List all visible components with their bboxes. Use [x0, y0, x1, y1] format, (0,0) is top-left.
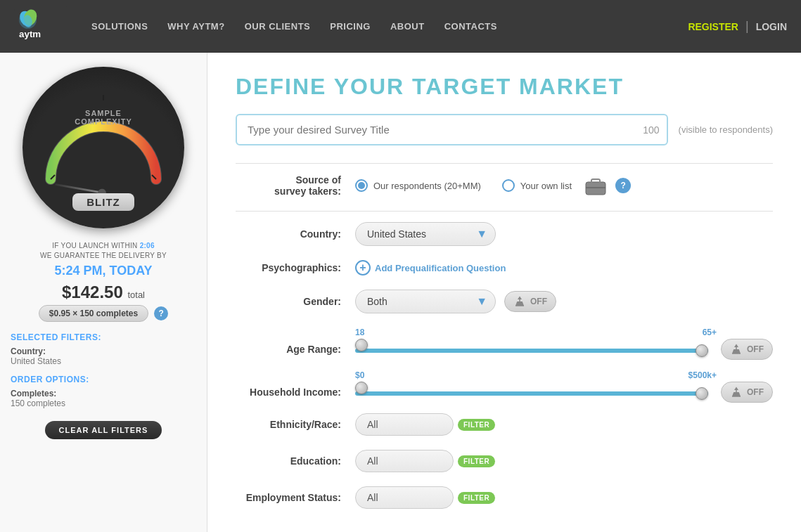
gauge-label: SAMPLE COMPLEXITY	[75, 109, 132, 126]
country-row: Country: United States Canada United Kin…	[236, 222, 773, 246]
psychographics-label: Psychographics:	[236, 262, 348, 273]
age-range-row: Age Range: OFF	[236, 339, 773, 360]
balance-icon	[513, 295, 526, 308]
visible-note: (visible to respondents)	[679, 124, 773, 135]
divider-1	[236, 163, 773, 164]
ethnicity-select-wrap: All FILTER	[355, 413, 495, 436]
delivery-schedule: 5:24 PM, TODAY	[54, 264, 152, 278]
age-toggle-off-label: OFF	[747, 344, 764, 354]
price-per-complete: $0.95 × 150 completes	[39, 305, 148, 322]
income-row: Household Income: OFF	[236, 382, 773, 403]
price-sub-row: $0.95 × 150 completes ?	[39, 305, 168, 322]
employment-select[interactable]: All	[355, 486, 454, 509]
age-min-label: 18	[355, 327, 364, 337]
source-label: Source of survey takers:	[236, 174, 348, 197]
survey-title-row: 100 (visible to respondents)	[236, 114, 773, 145]
gauge: SAMPLE COMPLEXITY BLITZ	[23, 67, 184, 228]
survey-title-input[interactable]	[236, 114, 668, 145]
nav-right: REGISTER | LOGIN	[688, 19, 787, 34]
gender-select[interactable]: Both Male Female	[355, 290, 496, 313]
nav-contacts[interactable]: CONTACTS	[444, 21, 497, 32]
our-respondents-radio[interactable]	[355, 179, 368, 192]
income-filter-toggle[interactable]: OFF	[721, 382, 773, 403]
nav-our-clients[interactable]: OUR CLIENTS	[245, 21, 311, 32]
education-label: Education:	[236, 455, 348, 467]
education-row: Education: All FILTER	[236, 450, 773, 472]
education-select[interactable]: All	[355, 450, 454, 472]
main-content: DEFINE YOUR TARGET MARKET 100 (visible t…	[207, 53, 801, 532]
age-balance-icon	[730, 343, 743, 356]
delivery-line2: WE GUARANTEE THE DELIVERY BY	[40, 252, 167, 259]
country-filter-label: Country:	[11, 346, 196, 356]
survey-title-input-wrap: 100	[236, 114, 668, 145]
income-balance-icon	[730, 386, 743, 398]
gender-row: Gender: Both Male Female ▼ OFF	[236, 290, 773, 313]
gender-filter-toggle[interactable]: OFF	[504, 291, 556, 312]
age-range-label: Age Range:	[236, 344, 348, 355]
ethnicity-row: Ethnicity/Race: All FILTER	[236, 413, 773, 436]
income-min-slider[interactable]	[355, 386, 708, 390]
add-preq-icon: +	[355, 260, 371, 275]
source-row: Source of survey takers: Our respondents…	[236, 174, 773, 197]
logo[interactable]: aytm	[14, 6, 70, 47]
psychographics-row: Psychographics: + Add Prequalification Q…	[236, 260, 773, 275]
nav-why-aytm[interactable]: WHY AYTM?	[167, 21, 224, 32]
our-respondents-label: Our respondents (20+MM)	[373, 181, 481, 191]
country-label: Country:	[236, 228, 348, 240]
nav-solutions[interactable]: SOLUTIONS	[91, 21, 148, 32]
page-title: DEFINE YOUR TARGET MARKET	[236, 74, 773, 100]
price-total: total	[127, 290, 145, 300]
ethnicity-label: Ethnicity/Race:	[236, 419, 348, 430]
price-info-icon[interactable]: ?	[154, 306, 168, 320]
login-link[interactable]: LOGIN	[756, 21, 787, 32]
nav-about[interactable]: ABOUT	[390, 21, 425, 32]
education-select-wrap: All FILTER	[355, 450, 495, 472]
income-max-label: $500k+	[688, 370, 717, 380]
employment-filter-badge: FILTER	[458, 492, 495, 504]
country-select-wrap: United States Canada United Kingdom ▼	[355, 222, 496, 246]
blitz-label: BLITZ	[72, 193, 134, 211]
age-range-section: 18 65+ Age Range: OFF	[236, 327, 773, 360]
navbar: aytm SOLUTIONS WHY AYTM? OUR CLIENTS PRI…	[0, 0, 801, 53]
income-min-label: $0	[355, 370, 364, 380]
nav-pricing[interactable]: PRICING	[330, 21, 371, 32]
selected-filters-title: SELECTED FILTERS:	[11, 332, 196, 342]
ethnicity-select[interactable]: All	[355, 413, 454, 436]
price-main: $142.50 total	[62, 283, 145, 302]
divider-2	[236, 211, 773, 212]
source-help-icon[interactable]: ?	[615, 178, 631, 193]
register-link[interactable]: REGISTER	[688, 21, 738, 32]
main-container: SAMPLE COMPLEXITY BLITZ IF YOU LAUNCH WI…	[0, 53, 801, 532]
our-respondents-option[interactable]: Our respondents (20+MM)	[355, 179, 481, 192]
gender-controls: Both Male Female ▼ OFF	[355, 290, 556, 313]
country-filter-value: United States	[11, 356, 196, 366]
income-toggle-off-label: OFF	[747, 387, 764, 397]
clear-all-filters-button[interactable]: CLEAR ALL FILTERS	[45, 421, 162, 439]
nav-divider: |	[745, 19, 749, 34]
survey-title-count: 100	[643, 124, 659, 136]
delivery-countdown: 2:06	[140, 242, 155, 249]
gender-toggle-off-label: OFF	[530, 297, 547, 306]
gender-select-wrap: Both Male Female ▼	[355, 290, 496, 313]
briefcase-icon	[583, 175, 608, 196]
employment-select-wrap: All FILTER	[355, 486, 495, 509]
gender-label: Gender:	[236, 296, 348, 307]
employment-row: Employment Status: All FILTER	[236, 486, 773, 509]
add-preq-label: Add Prequalification Question	[375, 263, 506, 273]
age-max-label: 65+	[703, 327, 717, 337]
delivery-text: IF YOU LAUNCH WITHIN 2:06 WE GUARANTEE T…	[40, 241, 167, 261]
selected-filters-section: SELECTED FILTERS: Country: United States…	[11, 332, 196, 408]
age-range-min-slider[interactable]	[355, 343, 708, 347]
order-options-title: ORDER OPTIONS:	[11, 375, 196, 384]
employment-label: Employment Status:	[236, 492, 348, 503]
own-list-option[interactable]: Your own list	[502, 179, 572, 192]
sidebar: SAMPLE COMPLEXITY BLITZ IF YOU LAUNCH WI…	[0, 53, 207, 532]
country-select[interactable]: United States Canada United Kingdom	[355, 222, 496, 246]
own-list-radio[interactable]	[502, 179, 515, 192]
completes-value: 150 completes	[11, 398, 196, 408]
radio-inner-filled	[358, 182, 365, 189]
svg-text:aytm: aytm	[19, 29, 41, 39]
add-prequalification-button[interactable]: + Add Prequalification Question	[355, 260, 506, 275]
delivery-line1: IF YOU LAUNCH WITHIN	[52, 242, 137, 249]
age-filter-toggle[interactable]: OFF	[721, 339, 773, 360]
